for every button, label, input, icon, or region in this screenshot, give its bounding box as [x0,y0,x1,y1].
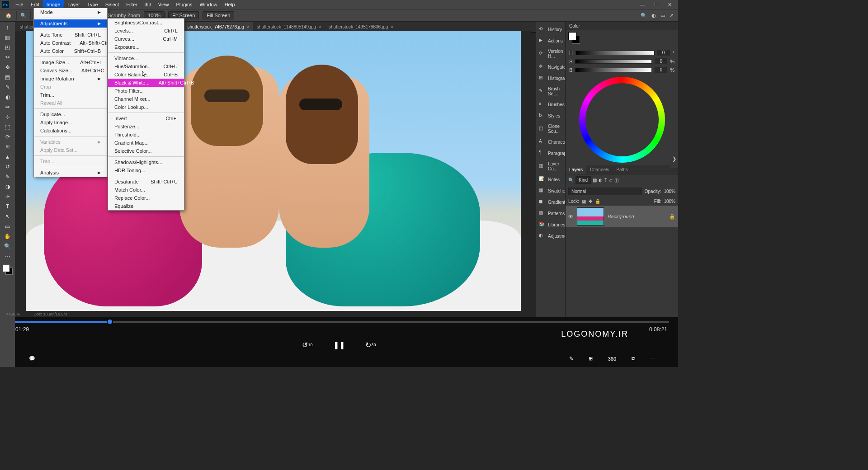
tool-button[interactable]: ▲ [3,153,12,161]
menu-item[interactable]: Replace Color... [108,194,184,202]
opacity-value[interactable]: 100% [664,189,675,194]
pip-icon[interactable]: ⧉ [632,356,635,362]
filter-type-icon[interactable]: T [604,178,607,183]
panel-tab-layerco[interactable]: ▥Layer Co... [536,160,565,173]
tool-button[interactable]: T [3,202,12,211]
filter-smart-icon[interactable]: ◫ [614,178,618,183]
tool-button[interactable]: ⊹ [3,113,12,121]
panel-tab-clonesou[interactable]: ◫Clone Sou... [536,122,565,136]
foreground-swatch[interactable] [568,32,576,40]
panel-tab-navigator[interactable]: ✥Navigator [536,62,565,72]
tool-button[interactable]: ✑ [3,193,12,201]
home-icon[interactable]: 🏠 [5,11,13,19]
menu-item[interactable]: Levels...Ctrl+L [108,27,184,35]
lock-pixels-icon[interactable]: ▦ [582,199,586,204]
panel-tab-channels[interactable]: Channels [586,165,613,174]
tool-button[interactable]: ↺ [3,163,12,171]
close-button[interactable]: ✕ [668,2,672,8]
panel-tab-layers[interactable]: Layers [566,165,586,174]
blend-mode[interactable]: Normal [568,188,642,195]
panel-tab-histogram[interactable]: ⊞Histogram [536,73,565,83]
tool-button[interactable]: ✋ [3,232,12,240]
menu-item[interactable]: Mode▶ [34,8,107,16]
tool-button[interactable]: ⋯ [3,252,12,260]
menu-item[interactable]: Auto ContrastAlt+Shift+Ctrl+L [34,39,107,47]
tool-button[interactable]: ⬚ [3,123,12,131]
menu-item[interactable]: Trim... [34,91,107,99]
close-tab-icon[interactable]: × [319,24,321,29]
tool-button[interactable]: 🔍 [3,242,12,250]
panel-tab-paragraph[interactable]: ¶Paragraph [536,148,565,158]
close-tab-icon[interactable]: × [391,24,393,29]
lock-position-icon[interactable]: ✥ [589,199,592,204]
cloud-icon[interactable]: ◐ [651,13,656,19]
menu-item[interactable]: Match Color... [108,186,184,194]
close-tab-icon[interactable]: × [247,24,250,29]
filter-shape-icon[interactable]: ▱ [609,178,613,183]
menu-item[interactable]: HDR Toning... [108,166,184,174]
tool-button[interactable]: ✎ [3,83,12,91]
tool-button[interactable]: ✥ [3,63,12,71]
subtitle-icon[interactable]: 💬 [29,356,35,362]
panel-tab-paths[interactable]: Paths [613,165,632,174]
scrub-bar[interactable] [0,317,678,326]
menu-file[interactable]: File [12,0,27,9]
tool-button[interactable]: ✂ [3,53,12,61]
sat-slider[interactable]: S0% [566,57,678,66]
menu-item[interactable]: Hue/Saturation...Ctrl+U [108,62,184,70]
menu-item[interactable]: DesaturateShift+Ctrl+U [108,178,184,186]
menu-item[interactable]: Auto ColorShift+Ctrl+B [34,47,107,55]
tool-button[interactable]: ◐ [3,93,12,101]
panel-tab-patterns[interactable]: ▩Patterns [536,208,565,218]
menu-filter[interactable]: Filter [123,0,141,9]
tool-button[interactable]: ≋ [3,143,12,151]
menu-item[interactable]: Selective Color... [108,147,184,155]
menu-plugins[interactable]: Plugins [172,0,196,9]
menu-item[interactable]: Image Rotation▶ [34,75,107,83]
tool-button[interactable]: ↖ [3,212,12,221]
tool-button[interactable]: ▤ [3,73,12,81]
pause-button[interactable]: ❚❚ [332,338,346,352]
menu-item[interactable]: InvertCtrl+I [108,114,184,122]
menu-item[interactable]: Curves...Ctrl+M [108,35,184,43]
menu-item[interactable]: Color Lookup... [108,103,184,111]
workspace-icon[interactable]: ▭ [660,13,665,19]
bri-slider[interactable]: B0% [566,66,678,74]
panel-tab-character[interactable]: ACharacter [536,137,565,147]
menu-item[interactable]: Posterize... [108,122,184,131]
menu-view[interactable]: View [155,0,173,9]
layer-filter-kind[interactable]: Kind [576,176,591,184]
menu-item[interactable]: Adjustments▶ [34,19,107,28]
tool-button[interactable]: ⟳ [3,133,12,141]
menu-item[interactable]: Black & White...Alt+Shift+Ctrl+B [108,79,184,87]
menu-item[interactable]: Gradient Map... [108,139,184,147]
menu-item[interactable]: Auto ToneShift+Ctrl+L [34,31,107,39]
maximize-button[interactable]: ☐ [654,2,659,8]
tool-button[interactable]: ◑ [3,183,12,191]
filter-adjust-icon[interactable]: ◐ [599,178,603,183]
panel-tab-swatches[interactable]: ▦Swatches [536,186,565,196]
menu-item[interactable]: Channel Mixer... [108,95,184,103]
color-wheel[interactable] [579,77,665,163]
quality-icon[interactable]: ⊞ [589,356,593,362]
rewind-10-button[interactable]: ↺10 [301,338,314,352]
menu-item[interactable]: Apply Image... [34,118,107,127]
tool-button[interactable]: ✏ [3,103,12,111]
minimize-button[interactable]: — [640,2,645,8]
share-icon[interactable]: ↗ [670,13,674,19]
menu-item[interactable]: Photo Filter... [108,87,184,95]
hue-slider[interactable]: H0° [566,48,678,57]
menu-help[interactable]: Help [221,0,239,9]
expand-panels-icon[interactable]: ❯ [670,149,678,168]
tool-button[interactable]: ↕ [3,24,12,32]
visibility-icon[interactable]: 👁 [568,214,573,219]
tool-button[interactable]: ▭ [3,222,12,230]
panel-tab-styles[interactable]: fxStyles [536,111,565,121]
menu-item[interactable]: Equalize [108,202,184,210]
menu-item[interactable]: Brightness/Contrast... [108,19,184,27]
lock-all-icon[interactable]: 🔒 [595,199,600,204]
menu-item[interactable]: Vibrance... [108,54,184,62]
menu-item[interactable]: Threshold... [108,131,184,139]
menu-3d[interactable]: 3D [141,0,155,9]
panel-tab-brushset[interactable]: ✎Brush Set... [536,85,565,98]
